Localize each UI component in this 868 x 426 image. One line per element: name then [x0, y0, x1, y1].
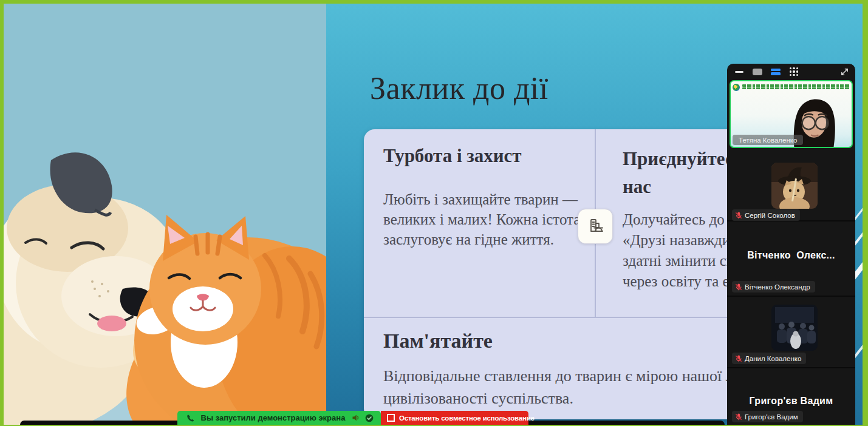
- participant-name-label: Сергій Соколов: [732, 209, 800, 221]
- building-icon-badge: [578, 209, 613, 244]
- care-text-line: великих і малих! Кожна істота: [383, 209, 584, 229]
- participant-display-name: Григор'єв Вадим: [727, 396, 855, 407]
- participant-display-name: Вітченко Олекс...: [727, 250, 855, 261]
- participant-tile[interactable]: Григор'єв Вадим Григор'єв Вадим: [727, 368, 855, 425]
- participant-avatar: [771, 163, 818, 209]
- group-photo: [771, 305, 818, 351]
- participant-name-label: Григор'єв Вадим: [732, 411, 803, 422]
- organization-logo-icon: [733, 84, 740, 91]
- building-icon: [586, 217, 604, 235]
- participant-avatar: [771, 305, 818, 351]
- mic-muted-icon: [735, 413, 742, 421]
- grid-view-button[interactable]: [787, 64, 801, 79]
- care-text-line: Любіть і захищайте тварин —: [383, 189, 584, 209]
- shared-screen-green-frame: mia: [0, 0, 868, 426]
- gallery-view-icon: [771, 69, 781, 75]
- phone-icon: [186, 414, 194, 422]
- participant-name-label: Вітченко Олександр: [732, 281, 815, 292]
- slide-illustration-dog-cat: mia: [4, 4, 326, 425]
- mic-muted-icon: [735, 211, 742, 220]
- minimize-button[interactable]: [732, 64, 747, 79]
- active-speaker-video-tile[interactable]: Тетяна Коваленко: [730, 80, 853, 148]
- slide-title: Заклик до дії: [370, 70, 548, 106]
- mic-muted-icon: [735, 354, 742, 363]
- dog-cat-image: mia: [4, 4, 326, 425]
- care-section: Турбота і захист Любіть і захищайте твар…: [383, 145, 584, 249]
- organization-banner-text: [742, 83, 850, 90]
- gallery-view-button[interactable]: [768, 64, 783, 79]
- shield-check-icon: [365, 414, 374, 422]
- expand-icon: [840, 67, 849, 76]
- share-status-text: Вы запустили демонстрацию экрана: [194, 413, 352, 422]
- cat-witch-photo: [771, 163, 818, 209]
- stop-square-icon: [387, 414, 395, 422]
- minimize-icon: [735, 71, 743, 73]
- care-text-line: заслуговує на гідне життя.: [383, 229, 584, 249]
- speaker-icon[interactable]: [352, 414, 360, 422]
- zoom-video-strip-panel: Тетяна Коваленко: [727, 64, 855, 425]
- stop-share-button[interactable]: Остановить совместное использование: [381, 411, 528, 425]
- care-heading: Турбота і захист: [383, 145, 584, 167]
- speaker-name-label: Тетяна Коваленко: [733, 135, 803, 145]
- speaker-view-button[interactable]: [750, 64, 765, 79]
- expand-panel-button[interactable]: [837, 64, 852, 79]
- panel-toolbar: [727, 64, 855, 79]
- shared-screen: mia: [4, 4, 863, 425]
- participant-tile[interactable]: Сергій Соколов: [727, 149, 855, 220]
- grid-view-icon: [790, 67, 798, 76]
- stop-share-label: Остановить совместное использование: [399, 414, 535, 422]
- mic-muted-icon: [735, 283, 742, 291]
- speaker-view-icon: [753, 69, 762, 75]
- participant-tile[interactable]: Вітченко Олекс... Вітченко Олександр: [727, 221, 855, 294]
- participant-name-label: Данил Коваленко: [732, 353, 806, 364]
- participant-tile[interactable]: Данил Коваленко: [727, 297, 855, 367]
- screen-share-status-bar: Вы запустили демонстрацию экрана: [177, 411, 381, 425]
